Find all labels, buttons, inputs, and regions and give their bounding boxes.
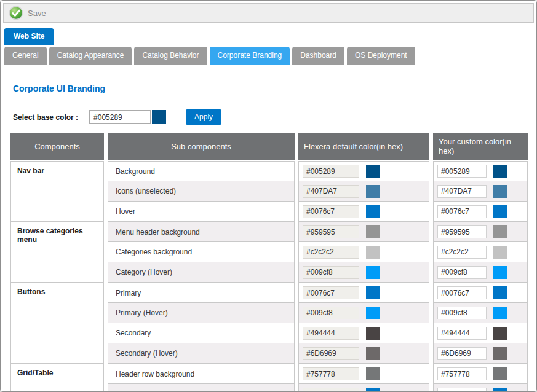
component-cell: Browse categories menu [10, 222, 104, 283]
header-flexera-default: Flexera default color(in hex) [298, 133, 429, 160]
branding-table: Components Sub components Flexera defaul… [10, 133, 528, 392]
custom-hex-input[interactable] [437, 367, 487, 380]
flexera-default-cell [298, 364, 429, 384]
custom-color-cell [433, 303, 528, 323]
custom-hex-input[interactable] [437, 246, 487, 259]
default-color-swatch [366, 388, 380, 392]
custom-color-swatch[interactable] [493, 185, 507, 198]
component-group: Grid/TableHeader row backgroundBanding r… [10, 364, 528, 392]
custom-hex-input[interactable] [437, 225, 487, 238]
table-row: Secondary (Hover) [108, 343, 528, 364]
sub-component-cell: Banding row background [108, 384, 295, 392]
tab-corporate-branding[interactable]: Corporate Branding [210, 47, 290, 65]
branding-table-header: Components Sub components Flexera defaul… [10, 133, 528, 160]
component-cell: Grid/Table [10, 364, 104, 392]
tab-catalog-behavior[interactable]: Catalog Behavior [134, 47, 207, 65]
default-hex-value [303, 165, 359, 178]
sub-component-cell: Secondary (Hover) [108, 343, 295, 364]
custom-color-swatch[interactable] [493, 307, 507, 319]
sub-component-cell: Background [108, 161, 295, 181]
tab-bar: GeneralCatalog AppearanceCatalog Behavio… [1, 45, 536, 65]
default-hex-value [303, 266, 359, 279]
apply-button[interactable]: Apply [186, 109, 221, 125]
header-sub-components: Sub components [108, 133, 295, 160]
save-button[interactable]: Save [9, 6, 46, 20]
tab-web-site[interactable]: Web Site [4, 28, 54, 45]
tab-general[interactable]: General [4, 47, 47, 65]
sub-component-cell: Icons (unselected) [108, 181, 295, 202]
component-cell: Buttons [10, 283, 104, 364]
custom-color-cell [433, 283, 528, 303]
toolbar: Save [3, 3, 534, 23]
default-hex-value [303, 185, 359, 198]
custom-hex-input[interactable] [437, 266, 487, 279]
custom-hex-input[interactable] [437, 205, 487, 218]
custom-color-swatch[interactable] [493, 286, 507, 299]
flexera-default-cell [298, 222, 429, 242]
custom-hex-input[interactable] [437, 307, 487, 319]
custom-hex-input[interactable] [437, 347, 487, 360]
custom-color-cell [433, 181, 528, 202]
custom-hex-input[interactable] [437, 185, 487, 198]
default-hex-value [303, 347, 359, 360]
table-row: Hover [108, 202, 528, 222]
default-hex-value [303, 307, 359, 319]
flexera-default-cell [298, 283, 429, 303]
flexera-default-cell [298, 323, 429, 343]
sub-component-cell: Menu header background [108, 222, 295, 242]
custom-color-swatch[interactable] [493, 327, 507, 340]
table-row: Category (Hover) [108, 262, 528, 283]
default-color-swatch [366, 185, 380, 198]
custom-hex-input[interactable] [437, 388, 487, 392]
sub-component-cell: Categories background [108, 242, 295, 262]
header-components: Components [10, 133, 104, 160]
custom-hex-input[interactable] [437, 165, 487, 178]
base-color-label: Select base color : [13, 113, 78, 122]
sub-component-cell: Primary (Hover) [108, 303, 295, 323]
table-row: Banding row background [108, 384, 528, 392]
custom-color-swatch[interactable] [493, 205, 507, 218]
tab-os-deployment[interactable]: OS Deployment [347, 47, 415, 65]
tab-catalog-appearance[interactable]: Catalog Appearance [49, 47, 132, 65]
custom-color-cell [433, 242, 528, 262]
table-row: Categories background [108, 242, 528, 262]
base-color-swatch[interactable] [152, 110, 166, 124]
save-check-icon [9, 6, 23, 20]
custom-color-cell [433, 262, 528, 283]
custom-color-cell [433, 343, 528, 364]
component-cell: Nav bar [10, 161, 104, 222]
default-hex-value [303, 286, 359, 299]
custom-color-cell [433, 222, 528, 242]
page-title: Corporate UI Branding [13, 84, 527, 93]
table-row: Background [108, 161, 528, 181]
custom-hex-input[interactable] [437, 327, 487, 340]
corporate-branding-panel: Corporate UI Branding Select base color … [1, 84, 536, 392]
custom-hex-input[interactable] [437, 286, 487, 299]
default-color-swatch [366, 347, 380, 360]
default-hex-value [303, 388, 359, 392]
sub-component-cell: Secondary [108, 323, 295, 343]
settings-window: Save Web Site GeneralCatalog AppearanceC… [0, 0, 537, 392]
default-color-swatch [366, 225, 380, 238]
component-group: ButtonsPrimaryPrimary (Hover)SecondarySe… [10, 283, 528, 364]
table-row: Menu header background [108, 222, 528, 242]
flexera-default-cell [298, 242, 429, 262]
tab-dashboard[interactable]: Dashboard [292, 47, 344, 65]
component-group: Nav barBackgroundIcons (unselected)Hover [10, 161, 528, 222]
custom-color-swatch[interactable] [493, 165, 507, 178]
custom-color-swatch[interactable] [493, 388, 507, 392]
default-color-swatch [366, 165, 380, 178]
custom-color-swatch[interactable] [493, 246, 507, 259]
table-row: Primary (Hover) [108, 303, 528, 323]
custom-color-cell [433, 161, 528, 181]
custom-color-swatch[interactable] [493, 367, 507, 380]
custom-color-swatch[interactable] [493, 347, 507, 360]
table-row: Header row background [108, 364, 528, 384]
table-row: Primary [108, 283, 528, 303]
flexera-default-cell [298, 181, 429, 202]
custom-color-swatch[interactable] [493, 266, 507, 279]
custom-color-swatch[interactable] [493, 225, 507, 238]
default-color-swatch [366, 246, 380, 259]
sub-component-cell: Primary [108, 283, 295, 303]
base-color-input[interactable] [89, 110, 151, 124]
